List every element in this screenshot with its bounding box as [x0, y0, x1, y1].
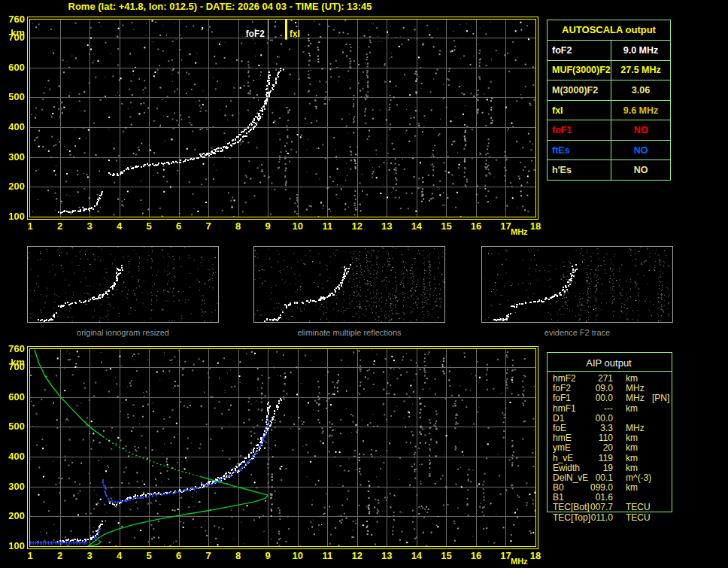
bottom-ionogram-axes — [29, 348, 536, 547]
aip-output-rows: hmF2271kmfoF209.0MHzfoF100.0MHz[PN]hmF1-… — [547, 374, 681, 523]
thumbnail-reflections-canvas — [254, 247, 444, 322]
x-axis-tick-label: 14 — [407, 551, 426, 560]
table-row-value: 9.0 MHz — [611, 41, 670, 60]
aip-row-unit: MHz — [626, 393, 645, 403]
aip-row-label: ymE — [553, 443, 571, 453]
table-row: TEC[Top]011.0TECU — [547, 513, 681, 523]
y-axis-tick-label: 100 — [2, 212, 25, 221]
table-row: TEC[Bot]007.7TECU — [547, 503, 681, 512]
x-axis-tick-label: 2 — [50, 551, 70, 560]
y-axis-tick-label: 400 — [2, 123, 25, 132]
aip-row-value: 007.7 — [577, 503, 613, 512]
bottom-ionogram-canvas — [30, 349, 535, 546]
thumbnail-f2-canvas — [482, 247, 672, 322]
thumbnail-f2-trace — [481, 246, 673, 323]
autoscala-window: Rome (lat: +41.8, lon: 012.5) - DATE: 20… — [0, 0, 728, 568]
table-row-value: NO — [611, 120, 670, 140]
aip-row-value: 110 — [577, 433, 613, 443]
aip-row-unit: km — [626, 433, 638, 443]
table-row: foF1NO — [548, 120, 670, 141]
x-axis-tick-label: 16 — [466, 551, 486, 560]
autoscala-output-table: AUTOSCALA output foF29.0 MHzMUF(3000)F22… — [547, 20, 671, 181]
thumbnail-caption-f2: evidence F2 trace — [481, 328, 673, 337]
aip-row-unit: TECU — [626, 513, 651, 523]
y-axis-tick-label: 500 — [2, 93, 25, 102]
table-row-value: 27.5 MHz — [611, 61, 670, 80]
aip-row-value: 01.6 — [577, 493, 613, 503]
aip-row-label: B0 — [553, 483, 564, 493]
x-axis-tick-label: 10 — [288, 551, 308, 560]
y-axis-unit-label: km — [2, 29, 25, 38]
y-axis-tick-label: 500 — [2, 422, 25, 431]
aip-row-unit: km — [626, 404, 638, 414]
table-row: ymE20km — [547, 443, 681, 453]
x-axis-tick-label: 1 — [20, 222, 40, 231]
x-axis-tick-label: 9 — [258, 551, 278, 560]
x-axis-tick-label: 7 — [199, 551, 218, 560]
aip-row-value: 271 — [577, 374, 613, 384]
aip-row-label: B1 — [553, 493, 564, 503]
x-axis-tick-label: 5 — [139, 222, 159, 231]
aip-row-value: 011.0 — [577, 513, 613, 523]
aip-row-unit: km — [626, 483, 638, 493]
aip-row-label: hmF1 — [553, 404, 576, 414]
station-date-time-title: Rome (lat: +41.8, lon: 012.5) - DATE: 20… — [0, 1, 440, 12]
aip-row-value: --- — [577, 404, 613, 414]
x-axis-tick-label: 8 — [229, 222, 248, 231]
aip-row-unit: km — [626, 443, 638, 453]
table-row-label: h'Es — [548, 160, 611, 180]
thumbnail-original-canvas — [28, 247, 218, 322]
aip-row-value: 00.0 — [577, 393, 613, 403]
table-row: h_vE119km — [547, 454, 681, 463]
x-axis-tick-label: 18 — [526, 551, 545, 560]
aip-row-value: 00.1 — [577, 473, 613, 483]
x-axis-tick-label: 12 — [347, 222, 367, 231]
x-axis-tick-label: 3 — [80, 222, 99, 231]
table-row-value: 9.6 MHz — [611, 101, 670, 120]
aip-row-value: 3.3 — [577, 424, 613, 433]
aip-row-label: hmE — [553, 433, 572, 443]
aip-row-label: D1 — [553, 414, 564, 424]
table-row: M(3000)F23.06 — [548, 80, 670, 101]
table-row: Ewidth19km — [547, 463, 681, 473]
thumbnail-multiple-reflections — [253, 246, 445, 323]
x-axis-tick-label: 4 — [110, 551, 129, 560]
x-axis-tick-label: 9 — [258, 222, 278, 231]
x-axis-tick-label: 8 — [229, 551, 248, 560]
table-row-value: NO — [611, 160, 670, 180]
table-row: D100.0 — [547, 414, 681, 424]
y-axis-tick-label: 300 — [2, 482, 25, 491]
aip-row-unit: TECU — [626, 503, 651, 512]
fof2-marker-label: foF2 — [241, 29, 265, 38]
table-row: ftEsNO — [548, 141, 670, 161]
table-row: fxI9.6 MHz — [548, 101, 670, 121]
aip-row-label: foF1 — [553, 393, 571, 403]
aip-row-value: 00.0 — [577, 414, 613, 424]
table-row-value: NO — [611, 141, 670, 160]
y-axis-tick-label: 200 — [2, 182, 25, 191]
aip-row-value: 19 — [577, 463, 613, 473]
table-row-label: ftEs — [548, 141, 611, 160]
aip-row-label: foF2 — [553, 384, 571, 393]
table-row: MUF(3000)F227.5 MHz — [548, 61, 670, 81]
aip-table-header: AIP output — [547, 357, 671, 369]
aip-row-value: 20 — [577, 443, 613, 453]
x-axis-tick-label: 16 — [466, 222, 486, 231]
table-row: foF100.0MHz[PN] — [547, 393, 681, 403]
y-axis-tick-label: 100 — [2, 542, 25, 551]
table-row-label: fxI — [548, 101, 611, 120]
top-ionogram-canvas — [30, 20, 535, 217]
table-row: DelN_vE00.1m^(-3) — [547, 473, 681, 483]
x-axis-tick-label: 13 — [377, 551, 396, 560]
aip-header-divider — [547, 371, 672, 372]
y-axis-tick-label: 600 — [2, 393, 25, 402]
x-axis-tick-label: 1 — [20, 551, 40, 560]
aip-row-unit: m^(-3) — [626, 473, 651, 483]
x-axis-tick-label: 10 — [288, 222, 308, 231]
aip-row-unit: MHz — [626, 424, 645, 433]
x-axis-unit-label: MHz — [511, 227, 528, 236]
x-axis-tick-label: 6 — [169, 551, 189, 560]
fxi-marker-label: fxI — [290, 29, 300, 38]
x-axis-tick-label: 2 — [50, 222, 70, 231]
x-axis-tick-label: 6 — [169, 222, 189, 231]
